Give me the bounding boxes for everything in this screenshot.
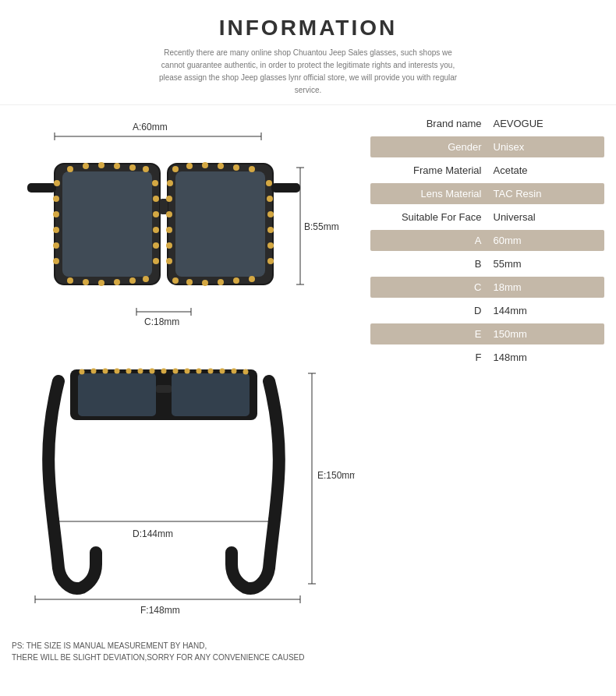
spec-value-7: 18mm <box>494 281 597 293</box>
specs-panel: Brand nameAEVOGUEGenderUnisexFrame Mater… <box>370 113 604 626</box>
spec-row-8: D144mm <box>370 300 604 321</box>
footer-line1: PS: THE SIZE IS MANUAL MEASUREMENT BY HA… <box>12 640 604 652</box>
dim-d-label: D:144mm <box>133 528 173 539</box>
spec-row-7: C18mm <box>370 277 604 298</box>
spec-row-1: GenderUnisex <box>370 136 604 157</box>
svg-point-52 <box>167 180 173 186</box>
spec-value-1: Unisex <box>494 141 597 153</box>
spec-row-0: Brand nameAEVOGUE <box>370 113 604 134</box>
page: INFORMATION Recently there are many onli… <box>0 0 616 670</box>
svg-point-48 <box>202 280 208 286</box>
svg-point-38 <box>153 242 159 249</box>
spec-value-10: 148mm <box>494 352 597 363</box>
spec-value-4: Universal <box>494 211 597 223</box>
main-content: A:60mm B:55mm C:18mm <box>0 105 616 634</box>
front-view-svg: A:60mm B:55mm C:18mm <box>12 113 355 339</box>
svg-point-58 <box>266 180 272 186</box>
svg-point-50 <box>233 277 239 284</box>
svg-rect-15 <box>271 183 300 193</box>
svg-point-47 <box>186 279 193 285</box>
svg-point-43 <box>218 163 224 169</box>
svg-point-90 <box>243 369 249 375</box>
glasses-open-diagram: D:144mm E:150mm F:148mm <box>12 350 355 626</box>
svg-point-26 <box>129 277 136 284</box>
svg-point-62 <box>267 242 274 249</box>
spec-label-0: Brand name <box>378 118 494 129</box>
svg-point-77 <box>91 369 97 374</box>
page-title: INFORMATION <box>8 16 608 41</box>
svg-point-79 <box>115 369 120 374</box>
svg-rect-12 <box>175 171 265 277</box>
svg-point-80 <box>126 369 132 374</box>
spec-value-8: 144mm <box>494 305 597 316</box>
dim-c-label: C:18mm <box>144 316 179 327</box>
svg-point-17 <box>83 163 89 169</box>
svg-point-36 <box>153 211 159 217</box>
svg-point-37 <box>153 227 159 233</box>
svg-point-27 <box>143 276 149 282</box>
spec-label-10: F <box>378 352 494 363</box>
svg-point-25 <box>114 279 120 285</box>
spec-value-5: 60mm <box>494 235 597 246</box>
spec-row-4: Suitable For FaceUniversal <box>370 207 604 228</box>
svg-point-30 <box>53 211 59 217</box>
spec-label-3: Lens Material <box>378 188 494 200</box>
svg-point-23 <box>83 279 89 285</box>
svg-point-40 <box>172 166 179 172</box>
specs-list: Brand nameAEVOGUEGenderUnisexFrame Mater… <box>370 113 604 368</box>
svg-rect-13 <box>160 199 168 214</box>
spec-label-2: Frame Material <box>378 164 494 176</box>
spec-value-6: 55mm <box>494 258 597 270</box>
glasses-front-diagram: A:60mm B:55mm C:18mm <box>12 113 355 342</box>
dim-b-label: B:55mm <box>304 221 339 232</box>
spec-label-4: Suitable For Face <box>378 211 494 223</box>
dim-e-label: E:150mm <box>317 470 355 481</box>
svg-point-51 <box>249 276 255 282</box>
svg-point-44 <box>233 164 239 171</box>
dim-a-label: A:60mm <box>133 122 168 132</box>
svg-point-63 <box>267 258 274 264</box>
svg-point-20 <box>129 164 136 171</box>
svg-point-24 <box>98 280 104 286</box>
spec-label-8: D <box>378 305 494 316</box>
svg-point-28 <box>54 180 60 186</box>
svg-point-49 <box>218 279 224 285</box>
svg-point-21 <box>143 166 149 172</box>
svg-point-84 <box>173 369 179 374</box>
svg-rect-75 <box>172 373 250 416</box>
spec-row-10: F148mm <box>370 347 604 368</box>
svg-point-89 <box>232 369 237 374</box>
svg-point-88 <box>220 369 225 374</box>
svg-point-87 <box>208 369 214 374</box>
spec-label-6: B <box>378 258 494 270</box>
disclaimer-text: Recently there are many online shop Chua… <box>152 47 464 97</box>
spec-row-3: Lens MaterialTAC Resin <box>370 183 604 204</box>
svg-point-53 <box>166 196 172 202</box>
svg-point-46 <box>172 277 179 284</box>
spec-value-0: AEVOGUE <box>494 118 597 129</box>
svg-point-56 <box>166 242 172 249</box>
svg-point-29 <box>53 196 59 202</box>
svg-point-39 <box>153 258 159 264</box>
svg-point-45 <box>249 166 255 172</box>
spec-value-9: 150mm <box>494 328 597 340</box>
svg-rect-91 <box>156 385 172 393</box>
svg-point-16 <box>67 166 73 172</box>
svg-point-32 <box>53 242 59 249</box>
svg-point-76 <box>80 369 85 375</box>
svg-point-33 <box>53 258 59 264</box>
dim-f-label: F:148mm <box>140 605 180 616</box>
svg-point-82 <box>150 369 155 374</box>
spec-label-7: C <box>378 281 494 293</box>
spec-value-2: Acetate <box>494 164 597 176</box>
spec-row-2: Frame MaterialAcetate <box>370 160 604 181</box>
svg-point-85 <box>185 369 190 374</box>
svg-point-34 <box>152 180 158 186</box>
spec-label-5: A <box>378 235 494 246</box>
svg-point-55 <box>166 227 172 233</box>
footer-note: PS: THE SIZE IS MANUAL MEASUREMENT BY HA… <box>0 634 616 670</box>
svg-point-19 <box>114 163 120 169</box>
svg-point-18 <box>98 162 104 168</box>
footer-line2: THERE WILL BE SLIGHT DEVIATION,SORRY FOR… <box>12 652 604 663</box>
svg-point-42 <box>202 162 208 168</box>
